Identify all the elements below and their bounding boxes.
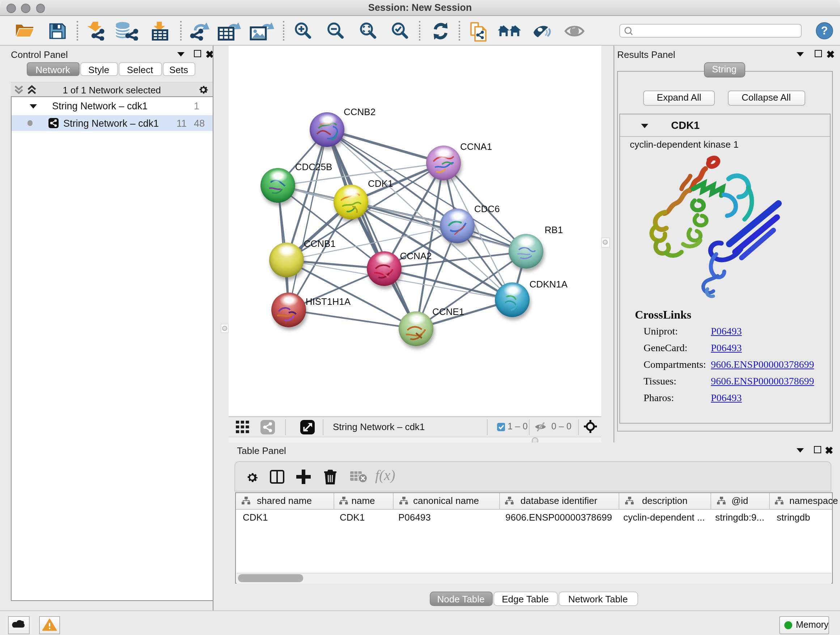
svg-text:?: ? [821, 24, 828, 36]
